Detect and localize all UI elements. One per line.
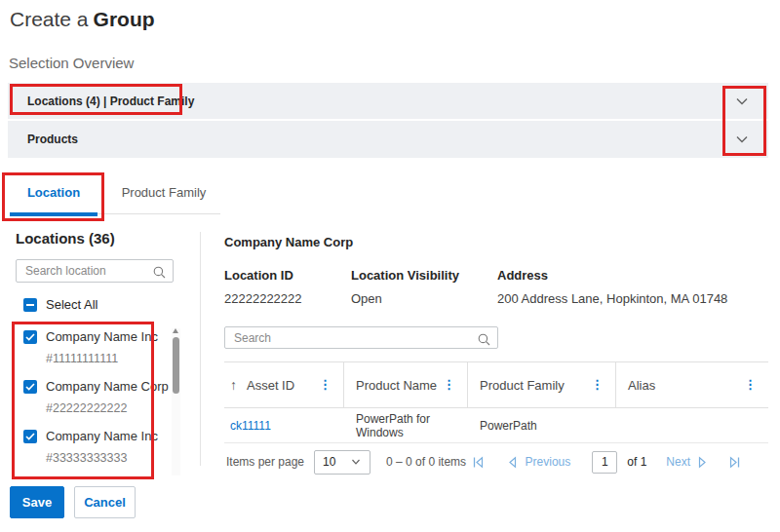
first-page-icon[interactable] — [472, 456, 485, 469]
field-location-visibility: Location Visibility Open — [351, 268, 497, 306]
column-header-product-family: Product Family ⋮ — [468, 362, 616, 407]
location-search — [16, 259, 174, 283]
items-range-text: 0 – 0 of 0 items — [386, 455, 466, 469]
column-label: Asset ID — [247, 378, 294, 393]
checkbox-checked-icon[interactable] — [23, 330, 37, 344]
items-per-page-value: 10 — [323, 455, 335, 469]
items-per-page-label: Items per page — [226, 455, 304, 469]
previous-button[interactable]: Previous — [526, 455, 571, 469]
column-menu-icon[interactable]: ⋮ — [744, 379, 757, 391]
select-all-label: Select All — [46, 297, 98, 312]
select-all-row[interactable]: Select All — [23, 297, 199, 312]
accordion-locations-label: Locations (4) | Product Family — [27, 95, 194, 108]
column-menu-icon[interactable]: ⋮ — [591, 379, 604, 391]
scrollbar-thumb[interactable] — [173, 337, 179, 394]
panel-divider — [200, 232, 201, 466]
accordion-products-label: Products — [27, 133, 78, 146]
details-panel: Company Name Corp Location ID 2222222222… — [224, 235, 768, 480]
column-header-alias: Alias ⋮ — [616, 362, 768, 407]
asset-search-input[interactable] — [225, 327, 497, 348]
page-title-prefix: Create a — [10, 8, 89, 30]
column-label: Product Name — [356, 378, 437, 393]
section-title: Selection Overview — [9, 55, 134, 71]
field-label: Location ID — [224, 268, 351, 283]
location-name: Company Name Inc — [46, 327, 158, 346]
selected-company-name: Company Name Corp — [224, 235, 768, 249]
page-number-input[interactable] — [592, 451, 617, 474]
cancel-button[interactable]: Cancel — [74, 486, 136, 518]
tab-active-indicator — [10, 212, 98, 216]
field-location-id: Location ID 22222222222 — [224, 268, 351, 306]
location-name: Company Name Inc — [46, 427, 158, 445]
pagination-controls: Previous of 1 Next — [472, 451, 741, 474]
footer-actions: Save Cancel — [10, 486, 136, 518]
table-pagination: Items per page 10 0 – 0 of 0 items Previ… — [224, 443, 768, 480]
field-value: 22222222222 — [224, 291, 351, 306]
next-page-icon[interactable] — [697, 456, 709, 469]
table-header-row: ↑ Asset ID ⋮ Product Name ⋮ Product Fami… — [224, 361, 768, 408]
tab-product-family[interactable]: Product Family — [107, 185, 220, 200]
search-icon — [478, 332, 490, 345]
next-button[interactable]: Next — [666, 455, 690, 469]
save-button[interactable]: Save — [10, 486, 64, 518]
accordion-locations-product-family[interactable]: Locations (4) | Product Family — [8, 83, 768, 119]
column-label: Alias — [628, 378, 655, 393]
checkbox-checked-icon[interactable] — [23, 380, 37, 394]
list-scrollbar[interactable] — [172, 328, 180, 475]
chevron-down-icon — [350, 456, 362, 468]
checkbox-checked-icon[interactable] — [23, 430, 37, 443]
last-page-icon[interactable] — [728, 456, 741, 469]
location-search-input[interactable] — [17, 260, 173, 282]
locations-panel: Locations (36) Select All Company Name I… — [8, 230, 199, 476]
scroll-up-arrow-icon[interactable] — [173, 328, 178, 333]
accordion-products[interactable]: Products — [8, 121, 768, 158]
field-label: Address — [497, 268, 727, 283]
product-name-cell: PowerPath for Windows — [344, 412, 468, 439]
column-header-asset-id: ↑ Asset ID ⋮ — [224, 362, 344, 407]
asset-search — [224, 326, 498, 349]
locations-count-header: Locations (36) — [16, 230, 199, 247]
asset-id-link[interactable]: ck11111 — [224, 419, 344, 433]
field-label: Location Visibility — [351, 268, 497, 283]
column-label: Product Family — [480, 378, 565, 393]
column-menu-icon[interactable]: ⋮ — [319, 379, 332, 391]
tab-location[interactable]: Location — [10, 185, 98, 200]
search-icon — [153, 265, 166, 278]
field-address: Address 200 Address Lane, Hopkinton, MA … — [497, 268, 727, 306]
product-family-cell: PowerPath — [468, 419, 616, 433]
field-value: 200 Address Lane, Hopkinton, MA 01748 — [497, 291, 727, 306]
column-menu-icon[interactable]: ⋮ — [443, 379, 455, 391]
chevron-down-icon[interactable] — [733, 93, 751, 110]
page-title-emphasis: Group — [94, 8, 155, 30]
column-header-product-name: Product Name ⋮ — [344, 362, 468, 407]
table-row: ck11111 PowerPath for Windows PowerPath — [224, 408, 768, 443]
sort-ascending-icon[interactable]: ↑ — [230, 377, 237, 393]
field-value: Open — [351, 291, 497, 306]
page-total-text: of 1 — [627, 455, 646, 469]
tab-strip: Location Product Family — [10, 177, 220, 214]
create-group-page: Create aGroup Selection Overview Locatio… — [0, 0, 780, 532]
location-details: Location ID 22222222222 Location Visibil… — [224, 268, 768, 306]
items-per-page-select[interactable]: 10 — [314, 450, 370, 475]
location-name: Company Name Corp — [46, 377, 169, 396]
assets-table: ↑ Asset ID ⋮ Product Name ⋮ Product Fami… — [224, 361, 768, 480]
previous-page-icon[interactable] — [506, 456, 518, 469]
page-title: Create aGroup — [10, 8, 155, 31]
checkbox-indeterminate-icon[interactable] — [23, 298, 37, 312]
chevron-down-icon[interactable] — [733, 131, 751, 148]
